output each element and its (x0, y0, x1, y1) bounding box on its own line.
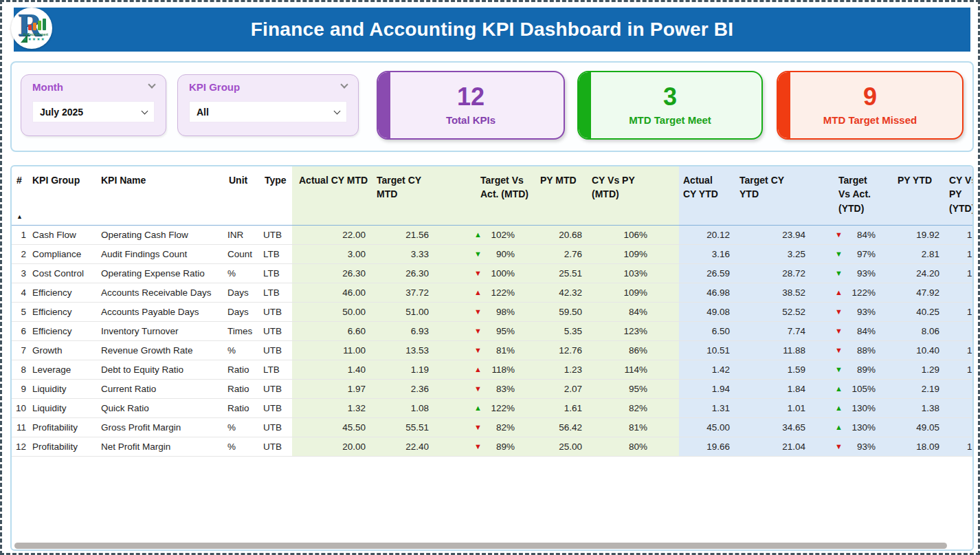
filter-panel: Month July 2025 KPI Group All 12 Total K… (10, 61, 974, 152)
cell-kpi-group: Compliance (30, 245, 98, 263)
table-row[interactable]: 3 Cost Control Operating Expense Ratio %… (12, 264, 974, 283)
table-row[interactable]: 9 Liquidity Current Ratio Ratio UTB 1.97… (12, 380, 974, 399)
trend-arrow-icon: ▼ (474, 303, 485, 321)
trend-arrow-icon: ▲ (474, 283, 485, 302)
column-header-unit[interactable]: Unit (225, 166, 260, 225)
table-row[interactable]: 4 Efficiency Accounts Receivable Days Da… (12, 283, 974, 303)
column-header-cy-vs-py-mtd[interactable]: CY Vs PY (MTD) (588, 166, 653, 225)
cell-py-mtd: 1.23 (536, 360, 588, 379)
target-vs-actual-percent: 84% (845, 226, 876, 244)
cell-type: UTB (260, 399, 292, 417)
column-header-kpi-group[interactable]: KPI Group (30, 166, 98, 225)
cell-index: 5 (12, 303, 30, 321)
cell-type: UTB (260, 322, 292, 340)
chevron-down-icon[interactable] (148, 80, 155, 88)
column-header-target-vs-act-ytd[interactable]: Target Vs Act. (YTD) (833, 166, 893, 225)
table-row[interactable]: 6 Efficiency Inventory Turnover Times UT… (12, 322, 974, 341)
cell-actual-cy-mtd: 6.60 (292, 322, 372, 340)
cell-index: 6 (12, 322, 30, 340)
cell-spacer (811, 226, 833, 244)
cell-spacer (434, 380, 472, 398)
horizontal-scrollbar[interactable] (14, 543, 947, 549)
cell-target-vs-act-mtd: ▼ 89% (472, 437, 536, 456)
target-vs-actual-percent: 88% (845, 341, 876, 360)
cell-kpi-name: Accounts Payable Days (98, 303, 225, 321)
cell-cy-vs-py-ytd-clipped: 1 (945, 360, 974, 379)
column-header-py-mtd[interactable]: PY MTD (536, 166, 588, 225)
cell-target-vs-act-ytd: ▼ 84% (833, 322, 893, 340)
cell-unit: Count (225, 245, 260, 263)
cell-type: UTB (260, 226, 292, 244)
kpi-group-slicer: KPI Group All (177, 74, 359, 136)
table-row[interactable]: 10 Liquidity Quick Ratio Ratio UTB 1.32 … (12, 399, 974, 418)
kpi-card-mtd-target-missed[interactable]: 9 MTD Target Missed (777, 71, 964, 140)
cell-unit: Ratio (225, 380, 260, 398)
target-vs-actual-percent: 97% (845, 245, 876, 263)
target-vs-actual-percent: 82% (485, 418, 515, 437)
column-header-type[interactable]: Type (260, 166, 292, 225)
table-row[interactable]: 2 Compliance Audit Findings Count Count … (12, 245, 974, 264)
table-row[interactable]: 1 Cash Flow Operating Cash Flow INR UTB … (12, 226, 974, 245)
target-vs-actual-percent: 130% (845, 418, 876, 437)
cell-unit: % (225, 341, 260, 360)
chevron-down-icon (334, 107, 341, 114)
column-header-index[interactable]: # ▲ (12, 166, 30, 225)
cell-target-cy-mtd: 51.00 (372, 303, 434, 321)
cell-kpi-name: Audit Findings Count (98, 245, 225, 263)
target-vs-actual-percent: 100% (485, 264, 515, 283)
cell-target-vs-act-ytd: ▲ 130% (833, 418, 893, 437)
cell-target-cy-mtd: 1.08 (372, 399, 434, 417)
column-header-actual-cy-mtd[interactable]: Actual CY MTD (292, 166, 372, 225)
cell-spacer (434, 322, 472, 340)
cell-cy-vs-py-mtd: 82% (588, 399, 653, 417)
kpi-group-dropdown[interactable]: All (189, 101, 347, 122)
cell-target-vs-act-ytd: ▲ 122% (833, 283, 893, 302)
cell-py-mtd: 59.50 (536, 303, 588, 321)
cell-py-ytd: 1.38 (893, 399, 945, 417)
table-row[interactable]: 11 Profitability Gross Profit Margin % U… (12, 418, 974, 437)
cell-index: 4 (12, 283, 30, 302)
cell-spacer (811, 322, 833, 340)
kpi-card-mtd-target-meet[interactable]: 3 MTD Target Meet (577, 71, 763, 140)
cell-spacer (811, 399, 833, 417)
cell-kpi-name: Current Ratio (98, 380, 225, 398)
cell-unit: Ratio (225, 360, 260, 379)
cell-cy-vs-py-mtd: 103% (588, 264, 653, 283)
cell-spacer (653, 360, 679, 379)
cell-target-cy-ytd: 23.94 (735, 226, 811, 244)
column-header-cy-vs-py-ytd[interactable]: CY Vs PY (YTD) (945, 166, 974, 225)
cell-actual-cy-ytd: 19.66 (679, 437, 735, 456)
trend-arrow-icon: ▼ (474, 437, 485, 456)
cell-actual-cy-ytd: 46.98 (679, 283, 735, 302)
kpi-card-total-kpis[interactable]: 12 Total KPIs (377, 71, 565, 140)
table-row[interactable]: 7 Growth Revenue Growth Rate % UTB 11.00… (12, 341, 974, 360)
column-header-py-ytd[interactable]: PY YTD (893, 166, 945, 225)
cell-actual-cy-ytd: 1.42 (679, 360, 735, 379)
trend-arrow-icon: ▼ (835, 437, 845, 456)
cell-target-vs-act-ytd: ▼ 93% (833, 437, 893, 456)
logo-bar-chart-icon (28, 19, 46, 30)
cell-unit: INR (225, 226, 260, 244)
cell-py-ytd: 1.29 (893, 360, 945, 379)
column-header-target-vs-act-mtd[interactable]: Target Vs Act. (MTD) (472, 166, 536, 225)
trend-arrow-icon: ▼ (835, 303, 845, 321)
column-header-actual-cy-ytd[interactable]: Actual CY YTD (679, 166, 735, 225)
column-header-target-cy-ytd[interactable]: Target CY YTD (735, 166, 811, 225)
cell-py-mtd: 2.76 (536, 245, 588, 263)
trend-arrow-icon: ▼ (474, 245, 485, 263)
column-header-target-cy-mtd[interactable]: Target CY MTD (372, 166, 434, 225)
table-row[interactable]: 5 Efficiency Accounts Payable Days Days … (12, 303, 974, 322)
table-row[interactable]: 12 Profitability Net Profit Margin % UTB… (12, 437, 974, 457)
cell-kpi-group: Cost Control (30, 264, 98, 283)
cell-actual-cy-mtd: 1.97 (292, 380, 372, 398)
cell-kpi-group: Profitability (30, 437, 98, 456)
cell-kpi-group: Growth (30, 341, 98, 360)
table-row[interactable]: 8 Leverage Debt to Equity Ratio Ratio LT… (12, 360, 974, 380)
cell-spacer (811, 245, 833, 263)
cell-spacer (653, 437, 679, 456)
chevron-down-icon[interactable] (340, 80, 348, 88)
cell-spacer (434, 399, 472, 417)
column-header-kpi-name[interactable]: KPI Name (98, 166, 225, 225)
month-dropdown[interactable]: July 2025 (32, 101, 155, 122)
cell-cy-vs-py-ytd-clipped: 1 (945, 437, 974, 456)
